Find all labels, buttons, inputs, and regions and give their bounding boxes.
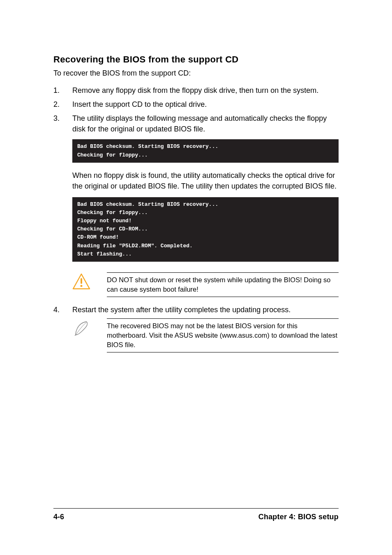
section-heading: Recovering the BIOS from the support CD <box>53 54 339 65</box>
step-text: Restart the system after the utility com… <box>72 304 339 315</box>
step-number: 2. <box>53 99 72 110</box>
step-text: Insert the support CD to the optical dri… <box>72 99 339 110</box>
step-text: Remove any floppy disk from the floppy d… <box>72 85 339 96</box>
list-item: 3. The utility displays the following me… <box>53 113 339 269</box>
list-item: 2. Insert the support CD to the optical … <box>53 99 339 110</box>
step-number: 4. <box>53 304 72 315</box>
steps-list: 1. Remove any floppy disk from the flopp… <box>53 85 339 269</box>
step-text: The utility displays the following messa… <box>72 113 339 134</box>
warning-icon <box>72 272 90 291</box>
chapter-label: Chapter 4: BIOS setup <box>258 513 339 521</box>
note-icon <box>72 318 90 339</box>
intro-text: To recover the BIOS from the support CD: <box>53 69 339 78</box>
page-number: 4-6 <box>53 513 64 521</box>
paragraph: When no floppy disk is found, the utilit… <box>72 170 339 191</box>
svg-rect-0 <box>81 278 82 284</box>
list-item: 1. Remove any floppy disk from the flopp… <box>53 85 339 96</box>
note-callout: The recovered BIOS may not be the latest… <box>72 318 339 352</box>
code-block: Bad BIOS checksum. Starting BIOS recover… <box>72 197 339 262</box>
list-item: 4. Restart the system after the utility … <box>53 304 339 315</box>
note-text: The recovered BIOS may not be the latest… <box>107 318 339 352</box>
warning-callout: DO NOT shut down or reset the system whi… <box>72 272 339 297</box>
page-footer: 4-6 Chapter 4: BIOS setup <box>53 508 339 521</box>
step-number: 3. <box>53 113 72 269</box>
steps-list-continued: 4. Restart the system after the utility … <box>53 304 339 315</box>
step-number: 1. <box>53 85 72 96</box>
code-block: Bad BIOS checksum. Starting BIOS recover… <box>72 139 339 162</box>
warning-text: DO NOT shut down or reset the system whi… <box>107 272 339 297</box>
svg-point-1 <box>81 285 83 287</box>
